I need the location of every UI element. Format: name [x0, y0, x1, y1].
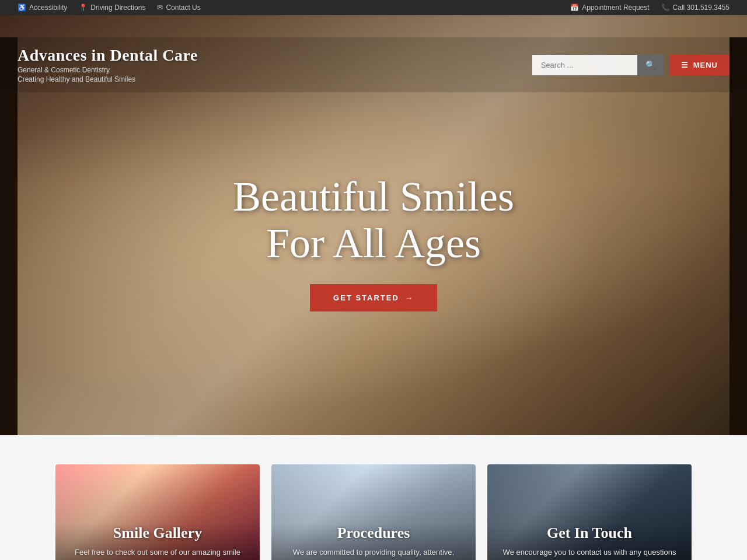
accessibility-link[interactable]: ♿ Accessibility: [18, 4, 67, 12]
card-title-1: Smile Gallery: [67, 524, 248, 542]
header-right: 🔍 ☰ MENU: [532, 54, 729, 75]
top-bar-right: 📅 Appointment Request 📞 Call 301.519.345…: [570, 4, 729, 12]
search-button[interactable]: 🔍: [637, 54, 664, 75]
accessibility-label: Accessibility: [29, 4, 67, 12]
appointment-label: Appointment Request: [582, 4, 649, 12]
search-container: 🔍: [532, 54, 664, 75]
card-desc-3: We encourage you to contact us with any …: [499, 547, 680, 560]
top-bar-left: ♿ Accessibility 📍 Driving Directions ✉ C…: [18, 4, 201, 12]
card-content-3: Get In Touch We encourage you to contact…: [487, 464, 692, 560]
directions-label: Driving Directions: [90, 4, 145, 12]
search-input[interactable]: [532, 55, 637, 75]
side-panel-right: [729, 37, 747, 435]
logo-area: Advances in Dental Care General & Cosmet…: [18, 46, 198, 83]
call-label: Call 301.519.3455: [673, 4, 729, 12]
site-subtitle-1: General & Cosmetic Dentistry: [18, 66, 198, 74]
contact-link[interactable]: ✉ Contact Us: [157, 4, 200, 12]
location-icon: 📍: [79, 4, 88, 12]
get-started-button[interactable]: GET STARTED →: [310, 284, 437, 312]
card-desc-1: Feel free to check out some of our amazi…: [67, 547, 248, 560]
hero-title: Beautiful Smiles For All Ages: [233, 174, 514, 266]
directions-link[interactable]: 📍 Driving Directions: [79, 4, 145, 12]
hero-content: Beautiful Smiles For All Ages GET STARTE…: [233, 174, 514, 311]
get-started-label: GET STARTED: [333, 293, 399, 302]
arrow-icon: →: [405, 293, 414, 302]
card-title-3: Get In Touch: [499, 524, 680, 542]
accessibility-icon: ♿: [18, 4, 26, 12]
menu-label: MENU: [693, 61, 718, 69]
phone-icon: 📞: [661, 4, 670, 12]
site-subtitle-2: Creating Healthy and Beautiful Smiles: [18, 75, 198, 83]
hero-title-line1: Beautiful Smiles: [233, 174, 514, 220]
card-desc-2: We are committed to providing quality, a…: [283, 547, 464, 560]
card-procedures[interactable]: Procedures We are committed to providing…: [271, 464, 476, 560]
calendar-icon: 📅: [570, 4, 579, 12]
hero-title-line2: For All Ages: [233, 220, 514, 267]
menu-button[interactable]: ☰ MENU: [669, 55, 729, 75]
hero-section: Advances in Dental Care General & Cosmet…: [0, 15, 747, 435]
card-content-1: Smile Gallery Feel free to check out som…: [55, 464, 260, 560]
side-panel-left: [0, 37, 18, 435]
hamburger-icon: ☰: [681, 61, 689, 69]
search-icon: 🔍: [645, 60, 655, 69]
contact-label: Contact Us: [166, 4, 200, 12]
call-link[interactable]: 📞 Call 301.519.3455: [661, 4, 729, 12]
appointment-link[interactable]: 📅 Appointment Request: [570, 4, 649, 12]
card-content-2: Procedures We are committed to providing…: [271, 464, 476, 560]
site-header: Advances in Dental Care General & Cosmet…: [0, 37, 747, 92]
cards-section: Smile Gallery Feel free to check out som…: [0, 435, 747, 560]
card-smile-gallery[interactable]: Smile Gallery Feel free to check out som…: [55, 464, 260, 560]
site-title: Advances in Dental Care: [18, 46, 198, 65]
card-title-2: Procedures: [283, 524, 464, 542]
mail-icon: ✉: [157, 4, 163, 12]
card-get-in-touch[interactable]: Get In Touch We encourage you to contact…: [487, 464, 692, 560]
top-bar: ♿ Accessibility 📍 Driving Directions ✉ C…: [0, 0, 747, 15]
